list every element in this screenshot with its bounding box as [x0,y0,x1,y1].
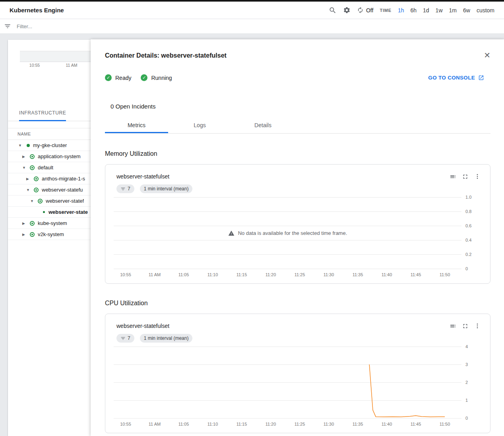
filter-list-icon[interactable] [4,23,11,30]
cpu-chart-card: webserver-statefulset 7 1 min interval (… [105,314,490,433]
y-axis-label: 4 [465,344,468,349]
status-ready: Ready [105,74,131,81]
tab-logs[interactable]: Logs [168,117,231,133]
namespace-icon [30,165,35,170]
chevron-right-icon[interactable] [22,233,30,236]
tree-item-default[interactable]: default [8,162,91,173]
namespace-icon [30,232,35,237]
chevron-down-icon[interactable] [22,166,30,170]
chart-chips: 7 1 min interval (mean) [114,184,481,193]
y-axis-label: 3 [465,362,468,367]
pod-icon [38,199,43,203]
time-range-custom[interactable]: custom [477,7,494,14]
name-column-label: NAME [17,132,31,136]
interval-chip[interactable]: 1 min interval (mean) [140,184,193,193]
namespace-icon [30,221,35,226]
x-axis-label: 10:55 [120,422,131,426]
plot-area [114,347,461,419]
x-axis: 10:5511 AM11:0511:1011:1511:2011:2511:30… [114,419,461,429]
time-range-6h[interactable]: 6h [410,7,417,14]
time-range-1d[interactable]: 1d [423,7,429,14]
time-range-1h[interactable]: 1h [398,7,404,14]
filter-input[interactable] [17,23,500,29]
tab-metrics[interactable]: Metrics [105,117,168,133]
time-range-1w[interactable]: 1w [436,7,443,14]
time-range-6w[interactable]: 6w [463,7,470,14]
x-axis-label: 10:55 [120,272,131,277]
x-axis-label: 11:05 [178,422,189,426]
fullscreen-icon[interactable] [462,173,469,180]
status-running: Running [141,74,172,81]
tree-item-webserver-statefulset[interactable]: webserver-statefu [8,184,91,196]
auto-refresh-toggle[interactable]: Off [357,7,373,14]
filter-chip[interactable]: 7 [116,184,134,193]
y-axis: 43210 [461,347,489,419]
tree-item-webserver-pod[interactable]: webserver-statef [8,196,91,207]
chevron-right-icon[interactable] [26,177,34,181]
y-axis-label: 0 [465,266,468,271]
more-options-kebab-icon[interactable] [474,173,481,180]
no-data-text: No data is available for the selected ti… [238,230,347,236]
auto-refresh-label: Off [366,7,373,14]
container-bullet-icon [43,211,45,213]
memory-chart-card: webserver-statefulset 7 1 min interval (… [105,164,490,284]
panel-title: Container Details: webserver-statefulset [105,52,227,59]
x-axis-label: 11:35 [353,272,363,277]
container-details-panel: Container Details: webserver-statefulset… [91,39,504,436]
settings-gear-icon[interactable] [343,6,351,14]
tree-item-my-gke-cluster[interactable]: my-gke-cluster [8,140,91,151]
tree-item-label: kube-system [38,220,67,226]
tree-item-webserver-container[interactable]: webserver-state [8,207,91,218]
chart-actions [450,323,481,329]
filter-chip[interactable]: 7 [116,334,134,343]
legend-list-icon[interactable] [450,323,456,329]
tree-item-v2k-system[interactable]: v2k-system [8,229,91,240]
mini-chart-tick: 11 AM [66,63,78,68]
tree-item-application-system[interactable]: application-system [8,151,91,162]
chevron-right-icon[interactable] [22,155,30,159]
infrastructure-sidebar: 10:55 11 AM INFRASTRUCTURE NAME my-gke-c… [8,40,91,436]
x-axis-label: 11:15 [236,422,247,426]
chevron-down-icon[interactable] [30,199,38,203]
legend-list-icon[interactable] [450,173,456,180]
y-axis-label: 0 [465,416,468,420]
interval-chip-label: 1 min interval (mean) [144,335,189,341]
x-axis-label: 11:30 [324,272,334,277]
chevron-right-icon[interactable] [22,221,30,225]
y-axis-label: 0.6 [465,223,471,228]
check-circle-icon [105,74,112,81]
interval-chip-label: 1 min interval (mean) [144,186,189,192]
workload-icon [34,176,39,181]
plot-area: No data is available for the selected ti… [114,197,461,269]
close-icon[interactable]: ✕ [484,51,490,59]
tree-item-kube-system[interactable]: kube-system [8,218,91,229]
x-axis-label: 11:10 [207,272,218,277]
chevron-down-icon[interactable] [18,143,26,147]
tab-infrastructure[interactable]: INFRASTRUCTURE [19,105,66,121]
tree-item-anthos-migrate[interactable]: anthos-migrate-1-s [8,173,91,184]
y-axis-label: 2 [465,380,468,385]
x-axis-label: 11:50 [440,422,450,426]
sidebar-mini-chart: 10:55 11 AM [8,40,91,71]
funnel-icon [120,336,126,341]
time-range-1m[interactable]: 1m [449,7,457,14]
chart-body: No data is available for the selected ti… [114,197,481,269]
filter-chip-count: 7 [128,186,130,192]
infrastructure-tree: my-gke-cluster application-system defaul… [8,140,91,240]
x-axis-label: 11:20 [266,272,276,277]
refresh-icon [357,7,364,14]
fullscreen-icon[interactable] [462,323,469,329]
y-axis-label: 0.2 [465,252,471,257]
tab-details[interactable]: Details [231,117,295,133]
page-title: Kubernetes Engine [10,7,64,14]
y-axis-label: 0.8 [465,209,471,214]
chevron-down-icon[interactable] [26,188,34,192]
y-axis-label: 0.4 [465,238,471,242]
more-options-kebab-icon[interactable] [474,323,481,329]
search-icon[interactable] [329,6,337,14]
go-to-console-link[interactable]: GO TO CONSOLE [428,75,484,81]
tree-column-header: NAME [8,128,91,140]
x-axis-label: 11:50 [440,272,450,277]
open-incidents[interactable]: 0 Open Incidents [110,103,490,110]
interval-chip[interactable]: 1 min interval (mean) [140,334,193,343]
